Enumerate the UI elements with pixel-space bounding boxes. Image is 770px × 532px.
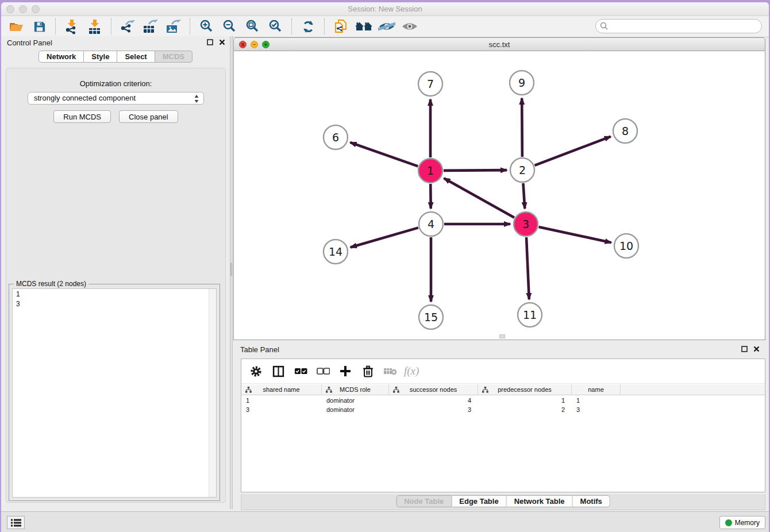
column-header-label: predecessor nodes xyxy=(498,386,552,393)
table-settings-button[interactable] xyxy=(247,363,264,380)
memory-button[interactable]: Memory xyxy=(719,516,765,529)
hide-eye-icon xyxy=(378,20,395,33)
cell-predecessor-nodes[interactable]: 1 xyxy=(478,396,572,405)
export-image-button[interactable] xyxy=(162,17,185,36)
cell-mcds-role[interactable]: dominator xyxy=(322,405,389,414)
import-network-button[interactable] xyxy=(60,17,83,36)
node-label: 8 xyxy=(622,125,629,137)
cell-name[interactable]: 3 xyxy=(572,405,621,414)
mcds-result-area[interactable]: 13 xyxy=(12,288,217,498)
tab-node-table[interactable]: Node Table xyxy=(396,495,452,507)
graph-node-15[interactable]: 15 xyxy=(419,305,443,329)
save-session-button[interactable] xyxy=(28,17,51,36)
dropdown-stepper-icon xyxy=(194,94,199,103)
graph-edge-3-11[interactable] xyxy=(526,237,529,299)
delete-column-button[interactable] xyxy=(359,363,376,380)
float-panel-icon[interactable] xyxy=(207,39,213,45)
graph-edge-3-10[interactable] xyxy=(538,227,611,242)
save-icon xyxy=(33,20,46,33)
import-table-button[interactable] xyxy=(83,17,106,36)
graph-edge-1-2[interactable] xyxy=(444,170,507,171)
tab-edge-table[interactable]: Edge Table xyxy=(452,495,506,507)
graph-node-10[interactable]: 10 xyxy=(614,234,638,258)
table-toolbar: f(x) xyxy=(241,359,765,384)
select-all-button[interactable] xyxy=(292,363,309,380)
node-label: 11 xyxy=(523,309,537,321)
graph-node-7[interactable]: 7 xyxy=(418,72,442,96)
graph-edge-2-3[interactable] xyxy=(523,183,525,209)
column-header-predecessor-nodes[interactable]: predecessor nodes xyxy=(478,384,572,395)
deselect-all-button[interactable] xyxy=(314,363,332,380)
splitter-handle[interactable] xyxy=(230,263,232,276)
export-table-button[interactable] xyxy=(139,17,162,36)
cell-predecessor-nodes[interactable]: 2 xyxy=(478,405,572,414)
graph-node-11[interactable]: 11 xyxy=(518,303,542,327)
close-panel-button[interactable]: Close panel xyxy=(119,110,178,123)
float-panel-icon[interactable] xyxy=(741,346,748,352)
column-header-mcds-role[interactable]: MCDS role xyxy=(322,384,389,395)
column-type-icon xyxy=(326,387,332,393)
vertical-splitter[interactable] xyxy=(230,36,233,509)
status-bar: Memory xyxy=(1,511,769,532)
create-column-button[interactable] xyxy=(337,363,354,380)
graph-node-4[interactable]: 4 xyxy=(419,212,443,236)
graph-node-2[interactable]: 2 xyxy=(510,158,534,182)
run-mcds-button[interactable]: Run MCDS xyxy=(53,110,111,123)
cell-shared-name[interactable]: 1 xyxy=(241,396,322,405)
new-network-from-selection-button[interactable] xyxy=(329,17,352,36)
open-session-button[interactable] xyxy=(5,17,28,36)
column-header-shared-name[interactable]: shared name xyxy=(241,384,322,395)
table-row[interactable]: 3dominator323 xyxy=(241,405,765,414)
zoom-fit-button[interactable] xyxy=(241,17,264,36)
table-panel: Table Panel xyxy=(233,343,765,509)
graph-node-1[interactable]: 1 xyxy=(418,159,442,183)
show-column-panel-button[interactable] xyxy=(270,363,287,380)
zoom-in-button[interactable] xyxy=(195,17,218,36)
result-scrollbar[interactable] xyxy=(209,289,216,497)
tab-select[interactable]: Select xyxy=(117,51,155,63)
deselect-all-icon xyxy=(317,368,330,375)
first-neighbors-button[interactable] xyxy=(352,17,375,36)
apply-layout-button[interactable] xyxy=(297,17,319,36)
cell-mcds-role[interactable]: dominator xyxy=(322,396,389,405)
column-header-successor-nodes[interactable]: successor nodes xyxy=(389,384,478,395)
graph-node-3[interactable]: 3 xyxy=(514,212,538,236)
control-panel-title: Control Panel xyxy=(7,38,52,47)
tab-network-table[interactable]: Network Table xyxy=(507,495,573,507)
graph-node-9[interactable]: 9 xyxy=(510,71,534,95)
task-history-button[interactable] xyxy=(7,516,25,529)
zoom-selected-button[interactable] xyxy=(264,17,287,36)
network-canvas[interactable]: 7968124314101511 xyxy=(233,51,765,340)
search-input[interactable] xyxy=(595,19,762,33)
graph-edge-1-6[interactable] xyxy=(350,142,418,166)
export-network-button[interactable] xyxy=(116,17,139,36)
criterion-dropdown-value: strongly connected component xyxy=(34,94,136,102)
tab-style[interactable]: Style xyxy=(84,51,117,63)
graph-edge-3-1[interactable] xyxy=(444,178,514,218)
criterion-dropdown[interactable]: strongly connected component xyxy=(28,92,204,105)
zoom-out-button[interactable] xyxy=(218,17,241,36)
cell-name[interactable]: 1 xyxy=(572,396,621,405)
cell-successor-nodes[interactable]: 3 xyxy=(389,405,478,414)
graph-edge-4-14[interactable] xyxy=(351,228,418,247)
tab-network[interactable]: Network xyxy=(38,51,84,63)
control-panel-header: Control Panel xyxy=(1,36,230,50)
hide-selected-button[interactable] xyxy=(375,17,398,36)
cell-successor-nodes[interactable]: 4 xyxy=(389,396,478,405)
network-graph: 7968124314101511 xyxy=(234,51,765,339)
cell-shared-name[interactable]: 3 xyxy=(241,405,322,414)
graph-edge-2-9[interactable] xyxy=(522,98,522,157)
tab-motifs[interactable]: Motifs xyxy=(573,495,610,507)
graph-node-6[interactable]: 6 xyxy=(324,125,348,149)
graph-edge-2-8[interactable] xyxy=(535,137,611,165)
show-all-button[interactable] xyxy=(398,17,421,36)
canvas-resize-handle[interactable] xyxy=(499,334,505,338)
tab-mcds[interactable]: MCDS xyxy=(155,51,192,63)
close-panel-icon[interactable] xyxy=(753,346,760,352)
graph-node-8[interactable]: 8 xyxy=(613,119,637,143)
table-row[interactable]: 1dominator411 xyxy=(241,396,765,405)
app-titlebar: Session: New Session xyxy=(1,2,769,16)
graph-node-14[interactable]: 14 xyxy=(324,240,348,264)
close-panel-icon[interactable] xyxy=(219,39,225,45)
column-header-name[interactable]: name xyxy=(572,384,621,395)
